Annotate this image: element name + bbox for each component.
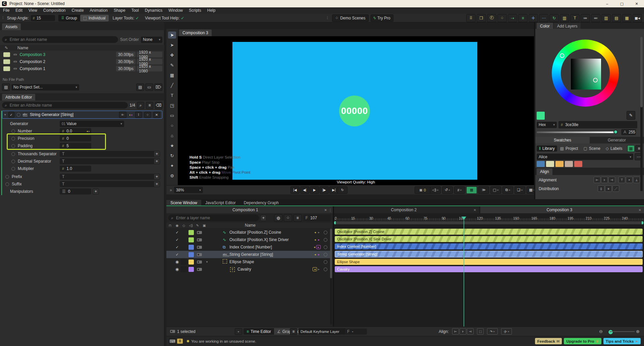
viewport-tool-button[interactable]: ✎ xyxy=(168,62,176,69)
mini-view-icon[interactable]: ▫ xyxy=(235,328,242,335)
keyframe-dot[interactable] xyxy=(5,175,9,179)
viewport-tool-button[interactable]: ▭ xyxy=(168,112,176,119)
palette-color-chip[interactable] xyxy=(546,161,554,167)
close-button[interactable]: ✕ xyxy=(629,0,644,7)
palette-color-chip[interactable] xyxy=(574,161,582,167)
viewport-display-button[interactable]: ≫ xyxy=(478,186,489,194)
keyframe-dot[interactable] xyxy=(11,129,15,133)
viewport-tool-button[interactable]: ⌂ xyxy=(168,132,176,139)
add-button[interactable]: + xyxy=(154,151,160,157)
menu-item[interactable]: Animation xyxy=(87,7,111,14)
playhead-marker[interactable] xyxy=(462,217,466,220)
timeline-track-bar[interactable]: Cavalry xyxy=(335,266,643,272)
filter-sliders-icon[interactable]: ≡ xyxy=(293,214,302,222)
keyframe-left-icon[interactable]: ◂ xyxy=(313,238,317,241)
tab-composition-3-timeline[interactable]: Composition 3 ✕ xyxy=(480,207,644,213)
add-layer-button[interactable]: + xyxy=(260,215,266,221)
decimal-field[interactable]: T xyxy=(60,158,154,164)
solo-circle[interactable] xyxy=(324,238,327,242)
toolbar-icon-button[interactable]: ⠿ xyxy=(466,14,476,22)
time-editor-toggle[interactable]: ≡Time Editor xyxy=(244,328,274,335)
layer-tag-icon[interactable] xyxy=(197,231,202,234)
keyframe-dot[interactable] xyxy=(11,137,15,140)
solo-circle[interactable] xyxy=(324,245,327,249)
layer-tag-icon[interactable] xyxy=(197,261,202,264)
toolbar-icon-button[interactable]: ▥ xyxy=(560,14,569,22)
filter-visibility-icon[interactable]: ◍ xyxy=(274,214,282,222)
viewport-tool-button[interactable]: ○ xyxy=(168,122,176,129)
grid-view-icon[interactable]: ▦ xyxy=(627,145,635,152)
solo-circle[interactable] xyxy=(324,253,327,256)
comp1-tab[interactable]: Composition 1 ✕ | xyxy=(166,207,333,213)
project-settings-icon[interactable]: ▤ xyxy=(2,83,10,91)
toolbar-icon-button[interactable]: ❒ xyxy=(477,14,486,22)
timeline-track-bar[interactable]: String Generator [String] xyxy=(335,251,643,257)
layer-tools-check-icon[interactable]: ✓ xyxy=(136,16,139,20)
viewport-tool-button[interactable]: ✦ xyxy=(168,162,176,169)
viewport-display-button[interactable]: ⧉ xyxy=(502,186,513,194)
try-pro-button[interactable]: ϟ Try Pro xyxy=(371,14,393,22)
asset-search-field[interactable]: ⌕ xyxy=(2,36,118,43)
layer-row-string-generator[interactable]: ✓ abc String Generator [String] ◂▸ xyxy=(166,251,330,258)
menu-item[interactable]: View xyxy=(25,7,40,14)
toolbar-icon-button[interactable]: ≔ xyxy=(581,14,590,22)
add-button[interactable]: + xyxy=(154,174,160,180)
asset-color-swatch[interactable] xyxy=(3,59,10,64)
filter-magic-icon[interactable]: ⁘ xyxy=(284,214,292,222)
thousands-field[interactable]: T xyxy=(60,151,154,157)
toolbar-icon-button[interactable]: ≕ xyxy=(591,14,600,22)
frame-field[interactable]: F 107 xyxy=(303,215,331,221)
layer-color-swatch[interactable] xyxy=(189,267,194,272)
tab-composition-2[interactable]: Composition 2 ✕ xyxy=(334,207,479,213)
solo-radio[interactable] xyxy=(17,113,20,117)
timeline-track-bar[interactable]: Oscillator [Position.Z] Cosine xyxy=(335,229,643,235)
keyframe-left-icon[interactable]: ◂ xyxy=(313,245,316,249)
upgrade-pro-button[interactable]: Upgrade to Pro ♛ xyxy=(564,338,601,344)
color-panel-scrollbar[interactable] xyxy=(640,37,643,191)
tab-generator[interactable]: Generator xyxy=(590,137,644,143)
transport-button[interactable]: |▶ xyxy=(320,186,329,194)
keyframe-left-icon[interactable]: ◂ xyxy=(313,267,317,271)
viewport-display-button[interactable]: ↺ xyxy=(442,186,453,194)
transport-button[interactable]: ▶| xyxy=(329,186,338,194)
viewport-tool-button[interactable]: ◳ xyxy=(168,102,176,109)
tab-add-layers[interactable]: Add Layers xyxy=(554,23,581,30)
solo-circle[interactable] xyxy=(324,231,327,234)
pin-icon[interactable]: ⟟ xyxy=(135,112,142,118)
keyframe-dot[interactable] xyxy=(11,160,15,163)
layer-tag-icon[interactable] xyxy=(197,253,202,256)
menu-item[interactable]: Window xyxy=(165,7,186,14)
viewport-tool-button[interactable]: ↻ xyxy=(168,152,176,159)
folder-icon[interactable]: ▤ xyxy=(136,83,144,91)
clear-search-icon[interactable]: ⌫ xyxy=(155,102,162,109)
maximize-button[interactable]: ▢ xyxy=(614,0,629,7)
close-tab-icon[interactable]: ✕ xyxy=(474,208,476,212)
align-vertical-button[interactable]: ⊤ xyxy=(619,177,625,183)
add-button[interactable]: + xyxy=(93,188,99,194)
viewport-tool-button[interactable]: ➤ xyxy=(168,32,176,39)
viewport-display-button[interactable]: # xyxy=(454,186,465,194)
viewport-tool-button[interactable]: ▦ xyxy=(168,72,176,79)
eyedropper-button[interactable]: ✎ xyxy=(627,111,635,120)
enable-checkbox[interactable]: ✓ xyxy=(174,238,180,242)
palette-color-chip[interactable] xyxy=(555,161,564,167)
toolbar-icon-button[interactable]: ▦ xyxy=(622,14,632,22)
attribute-search-input[interactable] xyxy=(9,103,125,108)
add-button[interactable]: + xyxy=(154,158,160,164)
align-vertical-button[interactable]: ⊥ xyxy=(633,177,640,183)
keyframe-dot[interactable] xyxy=(5,182,9,186)
toolbar-icon-button[interactable]: ⁘ xyxy=(497,14,507,22)
generator-select[interactable]: 01 Value ▾ xyxy=(60,121,124,127)
labels-button[interactable]: ◇Labels xyxy=(603,146,625,152)
layer-row-oscillator-x[interactable]: ✓ ∿ Oscillator [Position.X] Sine Driver … xyxy=(166,236,330,243)
scrollbar-thumb[interactable] xyxy=(330,229,332,278)
keyframe-right-icon[interactable]: ▸ xyxy=(316,245,321,249)
viewport-display-button[interactable]: ❏ xyxy=(515,186,525,194)
align-horizontal-button[interactable]: ⊢ xyxy=(594,177,600,183)
individual-mode-button[interactable]: ⬚ Individual xyxy=(80,15,109,21)
solo-circle[interactable] xyxy=(324,260,327,264)
group-mode-button[interactable]: ⠿ Group xyxy=(58,15,80,21)
zoom-out-icon[interactable]: ⊖ xyxy=(599,329,603,334)
precision-field[interactable]: # 0 xyxy=(60,135,91,141)
saturation-value-square[interactable] xyxy=(571,59,601,90)
